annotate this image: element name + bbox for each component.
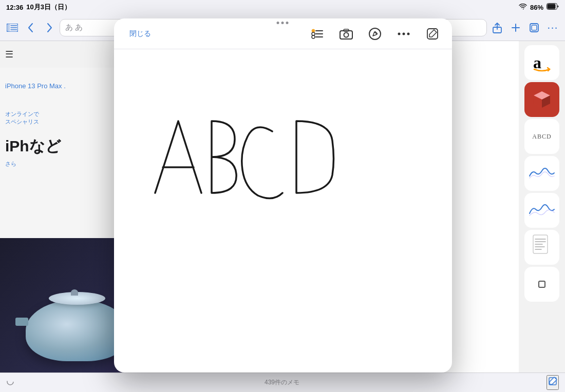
amazon-sidebar-icon[interactable]: a <box>524 45 559 80</box>
wave1-sidebar-icon[interactable] <box>524 156 559 191</box>
spinner-icon <box>6 378 14 387</box>
handle-dot <box>286 22 289 24</box>
red-cube-sidebar-icon[interactable] <box>524 82 559 117</box>
abcd-sidebar-icon[interactable]: ABCD <box>524 119 559 154</box>
battery-percent: 86% <box>530 4 543 11</box>
hamburger-icon: ☰ <box>5 49 13 60</box>
back-button[interactable] <box>23 19 39 36</box>
status-bar: 12:36 10月3日（日） 86% <box>0 0 565 14</box>
forward-button[interactable] <box>41 19 58 36</box>
svg-point-24 <box>7 379 13 385</box>
abcd-text: ABCD <box>532 133 551 141</box>
svg-rect-32 <box>340 31 352 39</box>
modal-drawing-area[interactable] <box>114 49 452 373</box>
tabs-button[interactable] <box>526 19 542 36</box>
wifi-icon <box>519 4 527 11</box>
iphone-title: iPhなど <box>5 136 66 157</box>
specialist-text: スペシャリス <box>5 118 66 126</box>
time-display: 12:36 <box>6 4 23 11</box>
svg-point-38 <box>407 32 410 35</box>
camera-button[interactable] <box>337 25 355 43</box>
svg-point-26 <box>312 29 315 32</box>
doc-sidebar-icon[interactable] <box>524 230 559 265</box>
svg-point-30 <box>312 35 315 38</box>
plus-button[interactable] <box>507 19 524 36</box>
date-display: 10月3日（日） <box>26 3 71 12</box>
sidebar-right: a ABCD <box>519 41 565 392</box>
pencil-circle-button[interactable] <box>366 25 384 43</box>
edit-note-button[interactable] <box>423 25 442 43</box>
online-text: オンラインで <box>5 110 66 118</box>
svg-rect-23 <box>539 281 545 287</box>
bg-page-text: iPhone 13 Pro Max . オンラインで スペシャリス iPhなど … <box>5 77 66 168</box>
svg-point-37 <box>403 32 405 35</box>
handle-dot <box>281 22 284 24</box>
modal-toolbar <box>156 25 442 43</box>
handwriting-svg <box>145 75 386 229</box>
svg-point-28 <box>312 32 315 35</box>
compose-button[interactable] <box>547 375 559 390</box>
more-button[interactable]: ··· <box>544 19 561 36</box>
share-button[interactable] <box>489 19 505 36</box>
smallbox-sidebar-icon[interactable] <box>524 267 559 302</box>
notes-modal: 閉じる <box>114 18 452 373</box>
svg-rect-1 <box>548 4 556 9</box>
memo-count: 439件のメモ <box>17 378 547 387</box>
handle-dot <box>277 22 279 24</box>
more-options-button[interactable] <box>394 25 413 43</box>
modal-handle <box>277 22 289 24</box>
battery-icon <box>547 3 559 11</box>
bottom-bar: 439件のメモ <box>0 373 565 392</box>
checklist-button[interactable] <box>308 25 327 43</box>
svg-rect-11 <box>532 25 537 30</box>
svg-point-36 <box>398 32 401 35</box>
address-text: あ あ <box>65 23 83 32</box>
wave2-sidebar-icon[interactable] <box>524 193 559 228</box>
svg-rect-3 <box>7 24 10 32</box>
svg-point-35 <box>369 28 381 40</box>
status-icons: 86% <box>519 3 559 11</box>
sidebar-toggle-button[interactable] <box>4 19 21 36</box>
modal-close-button[interactable]: 閉じる <box>124 26 156 42</box>
svg-point-33 <box>344 32 349 37</box>
device-label: iPhone 13 Pro Max . <box>5 82 66 90</box>
sara-link: さら <box>5 160 66 168</box>
